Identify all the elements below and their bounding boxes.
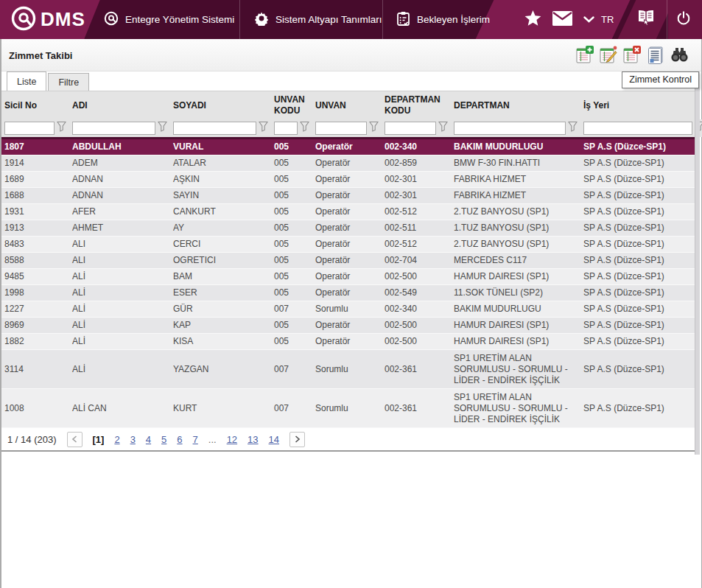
filter-funnel-icon[interactable] <box>369 121 379 135</box>
table-cell: YAZGAN <box>170 350 271 388</box>
table-cell: SP A.S (Düzce-SP1) <box>580 253 695 268</box>
filter-input-5[interactable] <box>385 122 436 135</box>
filter-funnel-icon[interactable] <box>438 121 448 135</box>
app-window: DMS Entegre Yönetim Sistemi Sistem Altya… <box>0 0 702 588</box>
table-cell: ATALAR <box>170 155 271 171</box>
table-cell: Operatör <box>312 172 382 187</box>
table-cell: Operatör <box>312 188 382 203</box>
page-link-14[interactable]: 14 <box>269 434 279 445</box>
table-cell: SP A.S (Düzce-SP1) <box>580 220 695 236</box>
table-row[interactable]: 1998ALİESER005Operatör002-54911.SOK TÜNE… <box>1 285 695 301</box>
page-link-12[interactable]: 12 <box>227 434 237 445</box>
table-row[interactable]: 1008ALİ CANKURT007Sorumlu002-361SP1 URET… <box>1 389 695 428</box>
table-row[interactable]: 8483ALICERCI005Operatör002-5122.TUZ BANY… <box>1 237 695 253</box>
tab-liste[interactable]: Liste <box>7 71 46 91</box>
language-code: TR <box>601 14 614 25</box>
table-cell: 3114 <box>1 350 69 388</box>
prev-page-button[interactable] <box>67 432 83 447</box>
filter-funnel-icon[interactable] <box>259 121 268 135</box>
table-row[interactable]: 1931AFERCANKURT005Operatör002-5122.TUZ B… <box>1 204 695 220</box>
filter-cell <box>580 119 702 137</box>
messages-button[interactable] <box>552 0 572 39</box>
filter-cell <box>271 119 312 137</box>
zimmet-kontrol-button[interactable] <box>645 44 666 65</box>
filter-funnel-icon[interactable] <box>568 121 578 135</box>
language-dropdown[interactable]: TR <box>583 0 614 39</box>
menu-divider <box>239 0 240 39</box>
table-cell: 1914 <box>1 155 69 171</box>
column-header[interactable]: UNVAN KODU <box>271 91 312 119</box>
favorites-button[interactable] <box>524 0 541 39</box>
table-cell: 005 <box>271 155 312 171</box>
table-cell: 9485 <box>1 269 69 284</box>
table-cell: 002-361 <box>382 389 451 427</box>
content-frame: Zimmet Takibi Zimmet Kontrol <box>0 39 702 588</box>
column-header[interactable]: Sicil No <box>1 91 69 119</box>
filter-input-6[interactable] <box>454 122 566 135</box>
edit-record-button[interactable] <box>598 44 619 65</box>
menu-item-bekleyen-islerim[interactable]: Bekleyen İşlerim <box>396 0 490 39</box>
table-cell: CANKURT <box>170 204 271 220</box>
filter-funnel-icon[interactable] <box>57 121 66 135</box>
table-row[interactable]: 1914ADEMATALAR005Operatör002-859BMW F-30… <box>1 155 695 172</box>
filter-input-0[interactable] <box>4 122 55 135</box>
search-binoculars-button[interactable] <box>669 44 689 65</box>
table-cell: Operatör <box>312 269 382 284</box>
help-guide-button[interactable] <box>635 0 657 39</box>
vertical-scrollbar[interactable] <box>695 71 700 455</box>
page-link-7[interactable]: 7 <box>193 434 198 445</box>
page-title: Zimmet Takibi <box>9 50 72 61</box>
logout-button[interactable] <box>675 0 692 39</box>
delete-record-button[interactable] <box>622 44 642 65</box>
qdms-logo[interactable]: DMS <box>10 0 85 39</box>
menu-item-entegre-yonetim-sistemi[interactable]: Entegre Yönetim Sistemi <box>104 0 234 39</box>
table-row[interactable]: 8588ALIOGRETICI005Operatör002-704MERCEDE… <box>1 253 695 269</box>
table-row[interactable]: 1882ALİKISA005Operatör002-500HAMUR DAIRE… <box>1 334 695 350</box>
table-cell: 007 <box>271 301 312 317</box>
page-link-4[interactable]: 4 <box>146 434 151 445</box>
page-link-5[interactable]: 5 <box>161 434 166 445</box>
filter-input-4[interactable] <box>315 122 367 135</box>
top-navigation-bar: DMS Entegre Yönetim Sistemi Sistem Altya… <box>0 0 702 39</box>
table-cell: AHMET <box>69 220 170 236</box>
table-cell: SP A.S (Düzce-SP1) <box>580 172 695 187</box>
table-body: 1807ABDULLAHVURAL005Operatör002-340BAKIM… <box>1 139 695 428</box>
table-row[interactable]: 1913AHMETAY005Operatör002-5111.TUZ BANYO… <box>1 220 695 237</box>
table-row[interactable]: 8969ALİKAP005Operatör002-500HAMUR DAIRES… <box>1 318 695 334</box>
menu-item-sistem-altyapi-tanimlari[interactable]: Sistem Altyapı Tanımları <box>254 0 382 39</box>
table-cell: ADEM <box>69 155 170 171</box>
filter-funnel-icon[interactable] <box>300 121 309 135</box>
column-header[interactable]: İş Yeri <box>580 91 695 119</box>
table-row[interactable]: 3114ALİYAZGAN007Sorumlu002-361SP1 URETİM… <box>1 350 695 389</box>
table-cell: Operatör <box>312 139 382 155</box>
column-header[interactable]: SOYADI <box>170 91 271 119</box>
filter-cell <box>170 119 271 137</box>
table-row[interactable]: 1227ALİGÜR007Sorumlu002-340BAKIM MUDURLU… <box>1 301 695 318</box>
page-link-13[interactable]: 13 <box>248 434 258 445</box>
page-link-2[interactable]: 2 <box>114 434 119 445</box>
table-cell: SP A.S (Düzce-SP1) <box>580 334 695 349</box>
filter-input-7[interactable] <box>583 122 692 135</box>
tab-filtre[interactable]: Filtre <box>48 73 89 91</box>
table-row[interactable]: 1807ABDULLAHVURAL005Operatör002-340BAKIM… <box>1 139 695 155</box>
table-row[interactable]: 9485ALİBAM005Operatör002-500HAMUR DAIRES… <box>1 269 695 285</box>
column-header[interactable]: DEPARTMAN <box>451 91 580 119</box>
table-cell: 007 <box>271 350 312 388</box>
add-record-button[interactable] <box>575 44 595 65</box>
table-row[interactable]: 1689ADNANAŞKIN005Operatör002-301FABRIKA … <box>1 172 695 188</box>
column-header[interactable]: ADI <box>69 91 170 119</box>
column-header[interactable]: DEPARTMAN KODU <box>382 91 451 119</box>
table-cell: BAKIM MUDURLUGU <box>451 301 580 317</box>
table-cell: SAYIN <box>170 188 271 203</box>
table-cell: 005 <box>271 285 312 301</box>
filter-input-3[interactable] <box>274 122 298 135</box>
filter-input-2[interactable] <box>173 122 256 135</box>
page-link-3[interactable]: 3 <box>130 434 136 445</box>
tooltip-zimmet-kontrol: Zimmet Kontrol <box>622 71 699 88</box>
page-link-6[interactable]: 6 <box>177 434 182 445</box>
next-page-button[interactable] <box>289 432 305 447</box>
table-row[interactable]: 1688ADNANSAYIN005Operatör002-301FABRIKA … <box>1 188 695 204</box>
column-header[interactable]: UNVAN <box>312 91 382 119</box>
filter-input-1[interactable] <box>72 122 155 135</box>
filter-funnel-icon[interactable] <box>158 121 167 135</box>
